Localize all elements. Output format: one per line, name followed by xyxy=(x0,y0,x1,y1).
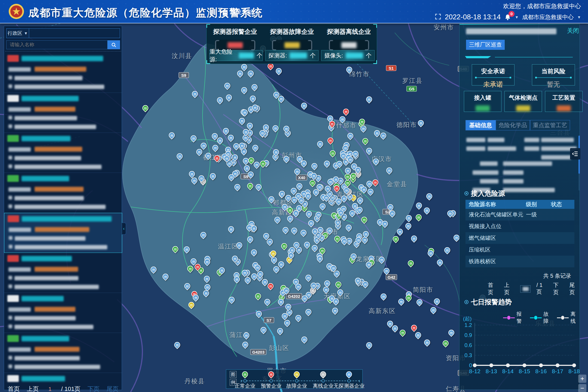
redacted-text xyxy=(8,347,31,352)
table-row[interactable]: 燃气储罐区 xyxy=(465,232,574,244)
redacted-text xyxy=(22,216,112,222)
legend-pin-icon: ▤ xyxy=(267,370,275,378)
redacted-text xyxy=(35,67,86,72)
prev-page-button[interactable]: 上页 xyxy=(504,281,514,296)
redacted-text xyxy=(22,256,72,261)
redacted-text xyxy=(35,307,75,312)
company-card[interactable] xyxy=(4,333,122,373)
last-page-button[interactable]: 尾页 xyxy=(106,385,118,392)
redacted-text xyxy=(14,325,93,329)
redacted-text xyxy=(9,228,31,232)
region-filter-select[interactable]: 行政区 ▼ xyxy=(6,28,29,38)
legend-pin-icon: ▤ xyxy=(319,370,327,378)
close-button[interactable]: 关闭 xyxy=(567,27,579,35)
company-card[interactable] xyxy=(4,293,122,333)
redacted-text xyxy=(8,276,12,280)
next-page-button[interactable]: 下页 xyxy=(553,281,563,296)
road-badge: G5 xyxy=(406,86,417,92)
status-badge-redacted xyxy=(7,135,19,142)
detector-stat-group: 探测器报警企业 xyxy=(209,27,261,51)
table-row[interactable]: 铁路栈桥区 xyxy=(465,256,574,267)
first-page-button[interactable]: 首页 xyxy=(8,385,20,392)
prev-page-button[interactable]: 上页 xyxy=(27,385,39,392)
hazard-name-cell: 压缩机区 xyxy=(465,246,526,253)
company-card[interactable] xyxy=(4,93,122,133)
panel-expand-button[interactable] xyxy=(570,148,580,160)
legend-label: 无探测器企业 xyxy=(333,382,365,390)
redacted-text xyxy=(22,336,69,341)
search-button[interactable] xyxy=(108,40,120,49)
grid-icon xyxy=(223,10,227,15)
equipment-stat-card: 气体检测点 xyxy=(504,91,542,112)
counter-value-redacted xyxy=(239,53,254,59)
tab-key-process[interactable]: 重点监管工艺 xyxy=(530,120,570,130)
counter-box: 探测器:个 xyxy=(265,50,319,61)
map-zoom-controls: + − xyxy=(578,375,586,392)
page-number-input[interactable] xyxy=(520,285,531,293)
stat-value-chip xyxy=(341,42,357,48)
zoom-in-button[interactable]: + xyxy=(578,375,586,383)
redacted-text xyxy=(14,356,80,360)
redacted-text xyxy=(35,227,89,232)
tab-basic-info[interactable]: 基础信息 xyxy=(465,120,496,130)
legend-node-icon xyxy=(295,379,298,382)
notification-bell-icon[interactable]: 0 xyxy=(504,14,511,21)
redacted-text xyxy=(35,267,78,272)
company-card[interactable] xyxy=(4,373,122,384)
org-name[interactable]: 成都市应急救援中心 xyxy=(522,13,574,21)
redacted-text xyxy=(503,161,552,166)
svg-text:0: 0 xyxy=(469,362,472,368)
nav-menu[interactable]: 系统导航 xyxy=(223,8,254,16)
page-number-input[interactable]: 1 xyxy=(46,386,54,392)
column-header: 级别 xyxy=(526,201,551,208)
hazard-name-cell: 视频接入点位 xyxy=(465,223,526,230)
road-badge: G42 xyxy=(386,274,397,280)
last-page-button[interactable]: 尾页 xyxy=(569,281,580,296)
map-label: 丹棱县 xyxy=(185,377,205,385)
stat-label: 探测器故障企业 xyxy=(266,27,318,36)
detail-pagination: 首页 上页 / 1页 下页 尾页 xyxy=(488,281,580,296)
counter-unit: 个 xyxy=(257,52,262,59)
company-sidebar: 行政区 ▼ 首页 上页 1 / 101页 下页 尾页 xyxy=(4,26,122,390)
road-badge: G4202 xyxy=(286,293,302,299)
stat-label: 探测器报警企业 xyxy=(209,27,261,36)
stats-panel: 探测器报警企业探测器故障企业探测器离线企业 重大危险源:个探测器:个摄像头:个 xyxy=(206,24,377,64)
company-card[interactable] xyxy=(4,53,122,93)
card-value-redacted xyxy=(516,105,530,111)
map-label: 高新东区 xyxy=(369,307,396,315)
redacted-text xyxy=(14,276,78,280)
road-badge: G4203 xyxy=(250,349,266,355)
company-card[interactable] xyxy=(4,173,122,213)
list-collapse-icon xyxy=(572,151,578,157)
company-card[interactable] xyxy=(4,253,122,293)
counter-value-redacted xyxy=(290,53,307,59)
redacted-text xyxy=(8,307,31,312)
tab-hazard-chemicals[interactable]: 危险化学品 xyxy=(496,120,530,130)
search-input[interactable] xyxy=(6,40,108,49)
map-label: 金堂县 xyxy=(387,180,407,188)
company-card[interactable] xyxy=(4,213,122,253)
counter-unit: 个 xyxy=(366,52,372,59)
map-label: 罗江县 xyxy=(402,76,423,85)
region-value-select[interactable] xyxy=(29,28,120,38)
detector-company-stats: 探测器报警企业探测器故障企业探测器离线企业 xyxy=(207,27,377,51)
next-page-button[interactable]: 下页 xyxy=(87,385,99,392)
3d-patrol-button[interactable]: 三维厂区巡查 xyxy=(466,40,505,50)
company-card[interactable] xyxy=(4,133,122,173)
company-card-list xyxy=(4,53,122,384)
fullscreen-icon[interactable] xyxy=(435,13,441,21)
redacted-text xyxy=(35,187,84,192)
first-page-button[interactable]: 首页 xyxy=(488,281,498,296)
redacted-text xyxy=(8,76,12,79)
redacted-text xyxy=(466,146,485,151)
sidebar-collapse-button[interactable]: ‹ xyxy=(122,223,126,235)
zoom-out-button[interactable]: − xyxy=(578,384,586,392)
current-risk-card: 当前风险 暂无 xyxy=(532,64,575,85)
redacted-text xyxy=(8,147,31,152)
table-row[interactable]: 压缩机区 xyxy=(465,244,574,256)
table-row[interactable]: 视频接入点位 xyxy=(465,220,574,232)
redacted-text xyxy=(14,196,84,200)
table-row[interactable]: 液化石油气储罐区单元一级 xyxy=(465,209,574,220)
redacted-text xyxy=(35,347,79,352)
redacted-text xyxy=(35,147,82,152)
